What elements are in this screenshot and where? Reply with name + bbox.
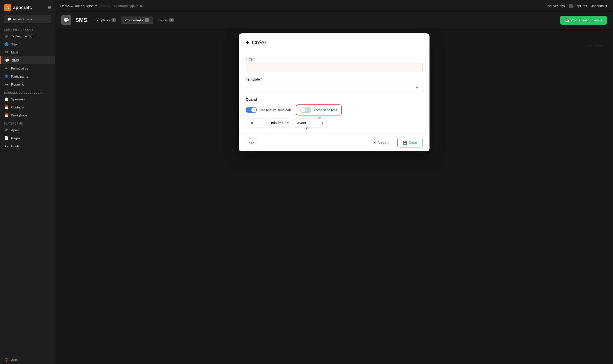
grid-icon: ⊞ bbox=[4, 34, 9, 38]
main-content: Demo – Doc en ligne ▼ Johanna # 53nX0Mbj… bbox=[55, 0, 613, 364]
person-icon: 👤 bbox=[4, 74, 9, 78]
workshop-icon: 📅 bbox=[4, 113, 9, 117]
tab-templates-label: Templates bbox=[95, 18, 110, 22]
quand-label: Quand bbox=[246, 97, 422, 101]
cancel-icon: ✕ bbox=[373, 141, 376, 145]
sidebar-item-label: Contacts bbox=[11, 105, 24, 109]
appcraft-brand: AppCraft bbox=[569, 4, 587, 8]
data-section-label: DONNÉES DE L'ÉVÉNEMEN... bbox=[0, 88, 55, 95]
project-name: Demo – Doc en ligne bbox=[60, 4, 93, 8]
eye-icon: 👁 bbox=[4, 128, 9, 132]
tab-envois-label: Envois bbox=[158, 18, 168, 22]
titre-input[interactable] bbox=[246, 63, 422, 72]
programmer-envoi-button[interactable]: 📅 Programmer un envoi bbox=[560, 16, 607, 25]
toggle-thumb bbox=[251, 107, 256, 112]
sidebar-item-mailing[interactable]: ✉ Mailing bbox=[0, 48, 55, 56]
sidebar-item-site[interactable]: 🌐 Site bbox=[0, 40, 55, 48]
template-select[interactable] bbox=[246, 83, 422, 92]
use-relative-toggle-group: Use relative send date bbox=[246, 107, 292, 113]
user-menu[interactable]: Johanna ▼ bbox=[591, 4, 608, 8]
tab-envois-badge: 1 bbox=[169, 18, 174, 22]
sidebar-item-sms[interactable]: 💬 SMS bbox=[0, 56, 55, 64]
sidebar-item-contacts[interactable]: 📅 Contacts bbox=[0, 103, 55, 111]
chat-icon: 💬 bbox=[7, 17, 11, 21]
quand-row: Use relative send date Force send time bbox=[246, 104, 422, 115]
modal-header: + Créer bbox=[239, 33, 430, 51]
unit-select-wrapper: minutes heures jours ▼ bbox=[268, 118, 292, 128]
force-send-toggle-thumb bbox=[301, 107, 306, 112]
project-sub: Johanna bbox=[99, 5, 110, 8]
tab-templates-badge: 2 bbox=[111, 18, 116, 22]
template-label: Template * bbox=[246, 77, 422, 81]
programmer-envoi-label: Programmer un envoi bbox=[571, 18, 602, 22]
tab-templates[interactable]: Templates 2 bbox=[91, 17, 120, 24]
sidebar-item-label: Participants bbox=[11, 75, 28, 78]
access-site-button[interactable]: 💬 Accès au site bbox=[4, 15, 51, 23]
sidebar-item-pages[interactable]: 📄 Pages bbox=[0, 134, 55, 142]
use-relative-toggle[interactable] bbox=[246, 107, 257, 113]
project-arrow-icon: ▼ bbox=[95, 4, 98, 8]
sidebar-item-speakers[interactable]: 📋 Speakers bbox=[0, 95, 55, 103]
gear-icon: ⚙ bbox=[4, 144, 9, 148]
page-title: SMS bbox=[75, 17, 87, 23]
project-selector[interactable]: Demo – Doc en ligne ▼ Johanna bbox=[60, 4, 110, 8]
direction-select[interactable]: Avant Après bbox=[294, 118, 327, 128]
footer-actions: ✕ Annuler 💾 Créer bbox=[368, 138, 422, 147]
sidebar-item-participants[interactable]: 👤 Participants bbox=[0, 72, 55, 80]
page-icon: 📄 bbox=[4, 136, 9, 140]
appcraft-logo-icon bbox=[569, 4, 573, 8]
sidebar-item-aide[interactable]: ❓ Aide bbox=[0, 356, 55, 364]
sidebar-item-label: Speakers bbox=[11, 97, 25, 101]
duration-number-input[interactable] bbox=[246, 118, 266, 128]
bed-icon: 🛏 bbox=[4, 82, 9, 86]
page-header: 💬 SMS Templates 2 Programmés 1 Envois 1 … bbox=[55, 12, 613, 28]
code-button[interactable]: </> bbox=[246, 138, 257, 147]
calendar-send-icon: 📅 bbox=[565, 18, 569, 22]
edit-icon: ✏ bbox=[4, 66, 9, 70]
modal-footer: </> ✕ Annuler 💾 Créer bbox=[239, 134, 430, 151]
user-arrow-icon: ▼ bbox=[605, 4, 608, 8]
menu-icon[interactable]: ☰ bbox=[48, 5, 51, 10]
sms-bubble-icon: 💬 bbox=[64, 17, 69, 23]
save-icon: 💾 bbox=[403, 141, 407, 145]
modal-overlay: + Créer Titre * bbox=[55, 28, 613, 364]
sidebar-item-label: Tableau De Bord bbox=[11, 34, 35, 38]
sidebar-item-label: Aperçu bbox=[11, 128, 21, 132]
sidebar-item-config[interactable]: ⚙ Config bbox=[0, 142, 55, 150]
sidebar-item-label: Rooming bbox=[11, 83, 24, 86]
sidebar-item-label: Formulaires bbox=[11, 67, 28, 70]
modal-body: Titre * Template * bbox=[239, 51, 430, 134]
force-send-toggle[interactable] bbox=[300, 107, 311, 113]
titre-label-text: Titre bbox=[246, 57, 253, 61]
sidebar-item-tableau[interactable]: ⊞ Tableau De Bord bbox=[0, 32, 55, 40]
tab-programmes[interactable]: Programmés 1 bbox=[121, 17, 153, 24]
cancel-button[interactable]: ✕ Annuler bbox=[368, 138, 395, 147]
calendar-icon: 📅 bbox=[4, 105, 9, 109]
user-name: Johanna bbox=[591, 4, 604, 8]
tab-envois[interactable]: Envois 1 bbox=[154, 17, 177, 24]
nouveautes-link[interactable]: Nouveautés bbox=[547, 4, 565, 8]
titre-required-marker: * bbox=[253, 57, 255, 61]
clipboard-icon: 📋 bbox=[4, 97, 9, 101]
create-button[interactable]: 💾 Créer bbox=[397, 138, 422, 147]
project-hash: # 53nX0MbjqIOo1h bbox=[114, 4, 142, 8]
code-icon: </> bbox=[249, 141, 254, 145]
template-label-text: Template bbox=[246, 77, 260, 81]
tab-programmes-badge: 1 bbox=[145, 18, 149, 22]
help-icon: ❓ bbox=[4, 358, 9, 362]
sidebar-item-label: Aide bbox=[11, 358, 18, 362]
tab-programmes-label: Programmés bbox=[125, 18, 143, 22]
sidebar-item-formulaires[interactable]: ✏ Formulaires bbox=[0, 64, 55, 72]
template-field-group: Template * ▼ bbox=[246, 77, 422, 92]
sidebar-item-workshops[interactable]: 📅 Workshops bbox=[0, 111, 55, 119]
sidebar-item-apercu[interactable]: 👁 Aperçu bbox=[0, 126, 55, 134]
template-required-marker: * bbox=[261, 77, 262, 81]
force-send-time-group: Force send time bbox=[296, 104, 342, 115]
quand-section: Quand Use relative send date bbox=[246, 97, 422, 128]
cancel-label: Annuler bbox=[378, 141, 390, 145]
unit-select[interactable]: minutes heures jours bbox=[268, 118, 292, 128]
use-relative-label: Use relative send date bbox=[259, 108, 292, 112]
sms-page-icon: 💬 bbox=[61, 15, 71, 25]
sidebar-item-rooming[interactable]: 🛏 Rooming bbox=[0, 80, 55, 88]
mail-icon: ✉ bbox=[4, 50, 9, 54]
